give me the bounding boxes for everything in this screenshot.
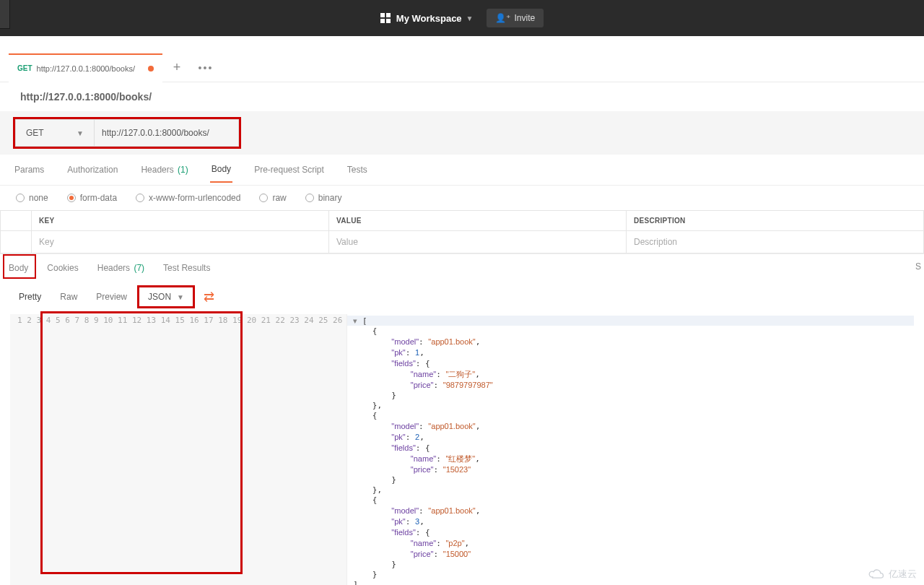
cloud-icon	[867, 568, 886, 581]
person-add-icon: 👤⁺	[495, 13, 510, 23]
rtab-test-results[interactable]: Test Results	[160, 257, 213, 279]
value-header: VALUE	[329, 211, 627, 231]
invite-label: Invite	[515, 13, 536, 23]
tab-authorization[interactable]: Authorization	[66, 157, 119, 182]
body-type-radios: none form-data x-www-form-urlencoded raw…	[0, 185, 924, 210]
view-preview[interactable]: Preview	[87, 286, 136, 308]
url-row: GET ▼ http://127.0.0.1:8000/books/	[0, 111, 924, 155]
tab-tests[interactable]: Tests	[346, 157, 369, 182]
chevron-down-icon: ▼	[177, 293, 184, 301]
radio-none[interactable]: none	[16, 193, 48, 203]
response-tabs: Body Cookies Headers (7) Test Results S	[0, 254, 924, 281]
radio-icon	[305, 194, 314, 202]
url-value: http://127.0.0.1:8000/books/	[102, 128, 209, 138]
format-value: JSON	[148, 292, 171, 302]
rtab-cookies[interactable]: Cookies	[44, 257, 81, 279]
rtab-body[interactable]: Body	[6, 257, 31, 279]
url-input[interactable]: http://127.0.0.1:8000/books/	[95, 119, 239, 147]
tab-method: GET	[17, 64, 32, 72]
tab-headers[interactable]: Headers (1)	[139, 157, 189, 182]
radio-icon	[136, 194, 144, 202]
desc-header: DESCRIPTION	[627, 211, 924, 231]
tab-more-button[interactable]: •••	[191, 53, 220, 82]
radio-icon	[67, 194, 76, 202]
radio-icon	[16, 194, 25, 202]
workspace-label: My Workspace	[396, 13, 462, 24]
request-tab[interactable]: GET http://127.0.0.1:8000/books/	[9, 53, 162, 82]
tabs-row: GET http://127.0.0.1:8000/books/ + •••	[0, 53, 924, 82]
tab-url: http://127.0.0.1:8000/books/	[37, 64, 135, 73]
desc-input[interactable]: Description	[627, 231, 924, 254]
wrap-toggle-icon[interactable]: ⇄	[204, 289, 214, 305]
request-title: http://127.0.0.1:8000/books/	[0, 82, 924, 111]
method-select[interactable]: GET ▼	[15, 119, 95, 147]
checkbox-col	[0, 211, 32, 231]
json-content[interactable]: ▾ [ { "model": "app01.book", "pk": 1, "f…	[347, 314, 492, 585]
chevron-down-icon: ▼	[466, 14, 474, 22]
tab-body[interactable]: Body	[210, 157, 232, 183]
top-bar: My Workspace ▼ 👤⁺ Invite	[0, 0, 924, 36]
key-input[interactable]: Key	[32, 231, 329, 254]
response-toolbar: Pretty Raw Preview JSON ▼ ⇄	[0, 281, 924, 313]
request-subtabs: Params Authorization Headers (1) Body Pr…	[0, 155, 924, 185]
format-select[interactable]: JSON ▼	[137, 285, 195, 308]
tab-prerequest[interactable]: Pre-request Script	[253, 157, 326, 182]
watermark: 亿速云	[867, 568, 917, 581]
tab-params[interactable]: Params	[13, 157, 45, 182]
workspace-selector[interactable]: My Workspace ▼	[380, 13, 474, 24]
radio-form-data[interactable]: form-data	[67, 193, 117, 203]
table-row[interactable]: Key Value Description	[0, 231, 924, 254]
response-body[interactable]: 1 2 3 4 5 6 7 8 9 10 11 12 13 14 15 16 1…	[10, 314, 914, 585]
value-input[interactable]: Value	[329, 231, 627, 254]
new-tab-button[interactable]: +	[162, 53, 191, 82]
radio-icon	[259, 194, 268, 202]
view-pretty[interactable]: Pretty	[10, 286, 50, 308]
form-data-table: KEY VALUE DESCRIPTION Key Value Descript…	[0, 210, 924, 254]
view-raw[interactable]: Raw	[51, 286, 86, 308]
status-s: S	[915, 261, 921, 272]
line-gutter: 1 2 3 4 5 6 7 8 9 10 11 12 13 14 15 16 1…	[10, 314, 347, 585]
rtab-headers[interactable]: Headers (7)	[95, 257, 147, 279]
radio-binary[interactable]: binary	[305, 193, 342, 203]
menu-placeholder[interactable]	[0, 0, 10, 29]
unsaved-dot-icon	[148, 66, 154, 72]
radio-raw[interactable]: raw	[259, 193, 286, 203]
grid-icon	[380, 13, 391, 23]
method-value: GET	[26, 128, 44, 138]
chevron-down-icon: ▼	[77, 129, 84, 137]
invite-button[interactable]: 👤⁺ Invite	[487, 9, 544, 27]
radio-urlencoded[interactable]: x-www-form-urlencoded	[136, 193, 240, 203]
key-header: KEY	[32, 211, 329, 231]
